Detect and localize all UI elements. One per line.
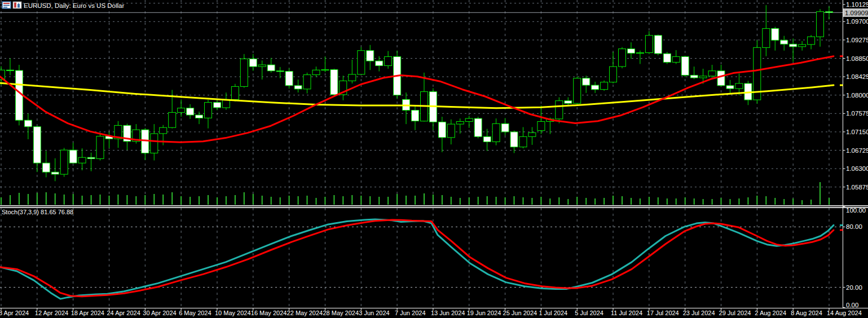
- bear-candle: [214, 103, 221, 108]
- date-axis-label: 5 Jul 2024: [575, 310, 603, 316]
- price-axis-label: 1.06725: [846, 147, 868, 154]
- bull-candle: [465, 118, 473, 121]
- bull-candle: [556, 101, 563, 119]
- bull-candle: [708, 71, 716, 76]
- volume-bar: [37, 193, 38, 205]
- volume-bar: [180, 196, 182, 205]
- bull-candle: [205, 103, 212, 118]
- volume-bar: [667, 198, 668, 205]
- date-axis-label: 3 Jun 2024: [359, 310, 389, 316]
- volume-bar: [622, 196, 623, 205]
- bull-candle: [178, 108, 185, 113]
- volume-bar: [162, 195, 164, 205]
- bear-candle: [654, 36, 662, 54]
- volume-bar: [496, 197, 497, 205]
- volume-bar: [109, 196, 110, 205]
- volume-bars: [1, 182, 830, 205]
- stoch-signal-axis-marker: [840, 229, 843, 231]
- bull-candle: [537, 122, 545, 131]
- volume-bar: [523, 197, 524, 205]
- price-axis-label: 1.10125: [846, 1, 868, 8]
- bear-candle: [717, 71, 725, 86]
- candle-chart-icon[interactable]: [13, 2, 21, 8]
- stoch-axis-label: 0.00: [846, 302, 858, 308]
- volume-bar: [640, 198, 641, 205]
- volume-bar: [46, 192, 47, 205]
- bear-candle: [33, 127, 41, 163]
- volume-bar: [694, 198, 695, 205]
- bear-candle: [826, 12, 833, 13]
- bull-candle: [96, 136, 104, 159]
- bear-candle: [592, 85, 599, 90]
- volume-bar: [19, 193, 20, 205]
- volume-bar: [531, 198, 532, 205]
- volume-bar: [685, 197, 686, 205]
- bull-candle: [160, 127, 167, 134]
- bear-candle: [781, 40, 788, 44]
- volume-bar: [712, 199, 713, 205]
- bear-candle: [726, 86, 734, 89]
- bear-candle: [7, 70, 14, 70]
- volume-bar: [82, 196, 83, 205]
- date-axis-label: 18 Apr 2024: [71, 310, 104, 316]
- volume-bar: [676, 198, 677, 205]
- bull-candle: [645, 36, 653, 53]
- date-axis-label: 14 Aug 2024: [827, 310, 862, 316]
- volume-bar: [801, 200, 803, 205]
- volume-bar: [756, 196, 757, 205]
- bull-candle: [321, 69, 329, 70]
- bull-candle: [610, 67, 617, 82]
- bear-candle: [510, 132, 518, 147]
- panel-separator-bottom: [0, 207, 868, 208]
- bear-candle: [628, 49, 635, 54]
- bull-candle: [349, 74, 356, 81]
- price-axis-label: 1.05875: [846, 184, 868, 191]
- volume-bar: [135, 196, 136, 205]
- volume-bar: [64, 195, 65, 205]
- volume-bar: [199, 196, 200, 205]
- bear-candle: [412, 111, 419, 121]
- volume-bar: [549, 198, 550, 205]
- bear-candle: [474, 118, 482, 136]
- bull-candle: [151, 134, 158, 153]
- stoch-main-axis-marker: [840, 224, 843, 226]
- bear-candle: [294, 86, 302, 89]
- stoch-axis-label: 80.00: [846, 223, 862, 230]
- volume-bar: [721, 198, 722, 205]
- bear-candle: [565, 101, 572, 104]
- volume-bar: [396, 194, 398, 205]
- price-chart-canvas[interactable]: 1.101251.097001.092751.088501.084251.080…: [0, 0, 868, 318]
- bull-candle: [574, 78, 581, 104]
- bull-candle: [817, 12, 824, 37]
- bear-candle: [267, 65, 275, 71]
- volume-bar: [190, 197, 191, 205]
- date-axis: 8 Apr 202412 Apr 202418 Apr 202424 Apr 2…: [0, 308, 868, 317]
- date-axis-label: 25 Jun 2024: [503, 310, 537, 316]
- bear-candle: [367, 51, 374, 61]
- stochastic-label: Stoch(37,3,9) 81.65 76.88: [2, 209, 73, 215]
- bear-candle: [331, 69, 338, 94]
- volume-bar: [415, 196, 416, 205]
- volume-bar: [351, 195, 353, 205]
- volume-bar: [316, 198, 317, 205]
- price-axis-label: 1.07150: [846, 129, 868, 135]
- volume-bar: [73, 194, 74, 205]
- date-axis-label: 19 Jun 2024: [467, 310, 501, 316]
- bull-candle: [358, 51, 365, 74]
- volume-bar: [783, 199, 785, 205]
- volume-bar: [703, 199, 704, 205]
- volume-bar: [738, 198, 739, 205]
- volume-bar: [631, 198, 632, 205]
- bear-candle: [187, 108, 194, 115]
- volume-bar: [171, 192, 173, 205]
- volume-bar: [433, 195, 434, 205]
- volume-bar: [100, 195, 101, 205]
- volume-bar: [153, 194, 155, 205]
- volume-bar: [649, 197, 650, 205]
- volume-bar: [594, 198, 596, 205]
- yellow-moving-average-line: [0, 83, 834, 108]
- volume-bar: [585, 198, 587, 205]
- window-grid-icon[interactable]: [2, 2, 11, 8]
- bear-candle: [663, 54, 671, 62]
- bear-candle: [249, 59, 257, 67]
